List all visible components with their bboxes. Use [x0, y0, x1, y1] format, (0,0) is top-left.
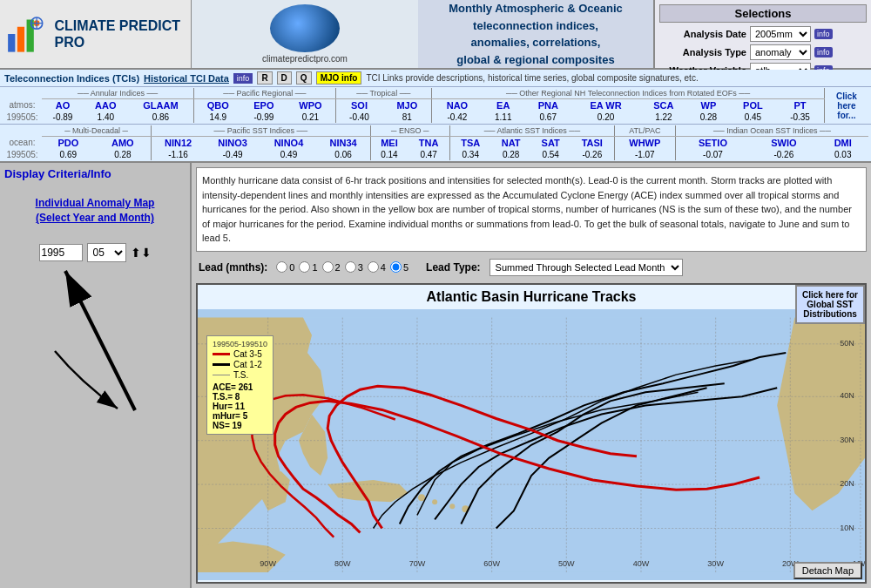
- pol-link[interactable]: POL: [743, 100, 763, 111]
- map-title: Atlantic Basin Hurricane Tracks: [198, 285, 865, 309]
- svg-text:70W: 70W: [409, 558, 426, 567]
- nat-link[interactable]: NAT: [502, 138, 521, 148]
- map-container: Click here forGlobal SSTDistributions At…: [196, 283, 867, 585]
- logo-text: CLIMATE PREDICT PRO: [54, 17, 186, 51]
- ocean-label: ocean:: [3, 137, 42, 150]
- qbo-link[interactable]: QBO: [207, 100, 229, 111]
- tci-info-btn[interactable]: info: [233, 73, 253, 84]
- lead-type-select[interactable]: Summed Through Selected Lead Month Indiv…: [490, 259, 683, 276]
- svg-text:30W: 30W: [707, 558, 724, 567]
- analysis-date-label: Analysis Date: [659, 29, 746, 39]
- swio-link[interactable]: SWIO: [771, 138, 796, 148]
- svg-text:50W: 50W: [558, 558, 575, 567]
- analysis-date-info-btn[interactable]: info: [814, 29, 833, 39]
- wpo-link[interactable]: WPO: [299, 100, 321, 111]
- legend-period: 199505-199510: [213, 340, 267, 348]
- svg-text:20N: 20N: [840, 479, 854, 488]
- nao-link[interactable]: NAO: [447, 100, 468, 111]
- btn-d[interactable]: D: [277, 71, 292, 84]
- sca-link[interactable]: SCA: [653, 100, 673, 111]
- logo-section: CLIMATE PREDICT PRO: [0, 0, 192, 68]
- nin12-link[interactable]: NIN12: [165, 138, 192, 148]
- left-panel: Display Criteria/Info Individual Anomaly…: [0, 163, 192, 588]
- mjo-info-btn[interactable]: MJO info: [316, 71, 362, 84]
- pt-link[interactable]: PT: [794, 100, 807, 111]
- display-criteria-link[interactable]: Display Criteria/Info: [4, 167, 186, 180]
- arrow-annotation2: [22, 341, 161, 445]
- wp-link[interactable]: WP: [701, 100, 717, 111]
- ocean-index-table: ─ Multi-Decadal ─ ── Pacific SST Indices…: [3, 125, 868, 160]
- ao-link[interactable]: AO: [56, 100, 71, 111]
- nin34-link[interactable]: NIN34: [329, 138, 356, 148]
- setio-link[interactable]: SETIO: [699, 138, 727, 148]
- legend-mhur-count: mHur= 5: [213, 411, 267, 421]
- right-panel: Monthly hurricane data consist of 6-hr t…: [192, 163, 871, 588]
- tci-title: Teleconnection Indices (TCIs): [4, 73, 139, 84]
- pna-link[interactable]: PNA: [538, 100, 558, 111]
- lead-2-radio[interactable]: 2: [322, 261, 341, 273]
- description-box: Monthly hurricane data consist of 6-hr t…: [196, 167, 867, 252]
- tci-description: TCI Links provide descriptions, historic…: [366, 73, 698, 83]
- header-text: Monthly Atmospheric & Oceanic teleconnec…: [418, 0, 653, 68]
- svg-text:40N: 40N: [840, 391, 854, 400]
- historical-tci-link[interactable]: Historical TCI Data: [144, 73, 229, 84]
- nino4-link[interactable]: NINO4: [274, 138, 304, 148]
- svg-text:40W: 40W: [633, 558, 650, 567]
- detach-map-btn[interactable]: Detach Map: [793, 562, 862, 579]
- svg-text:80W: 80W: [334, 558, 351, 567]
- legend-ts: T.S.: [233, 370, 248, 380]
- legend-ts-count: T.S.= 8: [213, 392, 267, 402]
- svg-point-11: [432, 499, 437, 504]
- lead-4-radio[interactable]: 4: [368, 261, 386, 273]
- tna-link[interactable]: TNA: [419, 138, 439, 148]
- dmi-link[interactable]: DMI: [834, 138, 852, 148]
- svg-text:90W: 90W: [260, 558, 276, 567]
- atmos-rowid: 199505:: [3, 112, 42, 123]
- lead-5-radio[interactable]: 5: [390, 261, 408, 273]
- globe-section: climatepredictpro.com: [192, 0, 418, 68]
- nino3-link[interactable]: NINO3: [218, 138, 247, 148]
- logo-icon: [4, 8, 47, 60]
- legend-cat12: Cat 1-2: [233, 360, 262, 369]
- globe-image: [270, 4, 340, 52]
- tasi-link[interactable]: TASI: [582, 138, 603, 148]
- mei-link[interactable]: MEI: [381, 138, 398, 148]
- svg-text:60W: 60W: [483, 558, 500, 567]
- epo-link[interactable]: EPO: [253, 100, 273, 111]
- sat-link[interactable]: SAT: [542, 138, 560, 148]
- legend-cat35: Cat 3-5: [233, 349, 262, 359]
- aao-link[interactable]: AAO: [95, 100, 116, 111]
- glaam-link[interactable]: GLAAM: [143, 100, 178, 111]
- lead-radio-group: 0 1 2 3 4 5: [276, 261, 408, 273]
- legend-ace: ACE= 261: [213, 382, 267, 392]
- lead-type-label: Lead Type:: [426, 261, 480, 274]
- analysis-type-select[interactable]: anomaly: [750, 44, 811, 60]
- analysis-type-label: Analysis Type: [659, 47, 746, 57]
- lead-label: Lead (mnths):: [199, 261, 267, 274]
- eawr-link[interactable]: EA WR: [590, 100, 621, 111]
- ea-link[interactable]: EA: [496, 100, 510, 111]
- pdo-link[interactable]: PDO: [57, 138, 78, 148]
- tsa-link[interactable]: TSA: [461, 138, 480, 148]
- analysis-type-info-btn[interactable]: info: [814, 47, 833, 57]
- svg-rect-1: [17, 27, 24, 52]
- svg-text:10N: 10N: [840, 523, 854, 531]
- btn-q[interactable]: Q: [296, 71, 312, 84]
- mjo-link[interactable]: MJO: [396, 100, 417, 111]
- lead-3-radio[interactable]: 3: [345, 261, 363, 273]
- lead-1-radio[interactable]: 1: [299, 261, 317, 273]
- selections-title: Selections: [659, 4, 867, 23]
- analysis-date-select[interactable]: 2005mm: [750, 26, 811, 42]
- btn-r[interactable]: R: [257, 71, 272, 84]
- soi-link[interactable]: SOI: [351, 100, 368, 111]
- whwp-link[interactable]: WHWP: [629, 138, 660, 148]
- legend-box: 199505-199510 Cat 3-5 Cat 1-2 T.S.: [206, 335, 273, 435]
- controls-row: Lead (mnths): 0 1 2 3 4 5 Lead Type: Sum…: [196, 256, 867, 279]
- svg-rect-0: [8, 34, 15, 52]
- atmos-index-table: ── Annular Indices ── ── Pacific Regiona…: [3, 88, 868, 123]
- global-sst-btn[interactable]: Click here forGlobal SSTDistributions: [795, 285, 865, 324]
- anomaly-map-link[interactable]: Individual Anomaly Map(Select Year and M…: [36, 196, 155, 226]
- amo-link[interactable]: AMO: [111, 138, 134, 148]
- lead-0-radio[interactable]: 0: [276, 261, 294, 273]
- map-content: 50N 40N 30N 20N 10N 90W 80W 70W 60W 50W …: [198, 309, 865, 581]
